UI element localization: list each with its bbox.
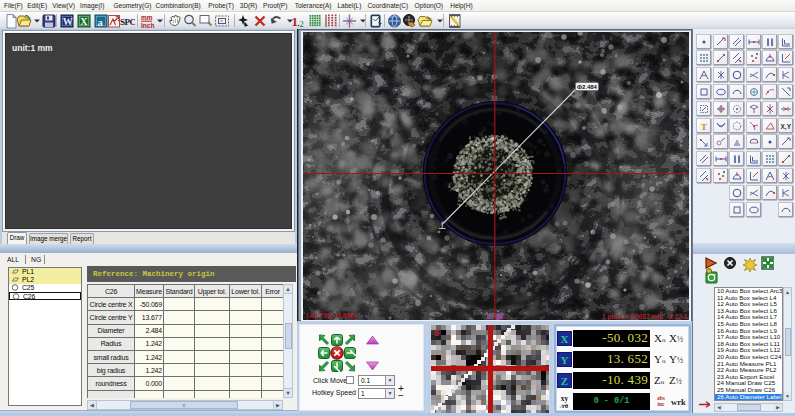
svg-text:T: T xyxy=(701,121,707,131)
svg-text:X,Y: X,Y xyxy=(780,123,791,131)
svg-text:SPC: SPC xyxy=(120,17,135,27)
svg-text:a: a xyxy=(98,17,104,28)
svg-text:1: 1 xyxy=(292,14,299,29)
svg-text:2: 2 xyxy=(300,19,304,29)
svg-text:X: X xyxy=(80,16,88,27)
svg-text:mm: mm xyxy=(141,14,153,21)
svg-text:5: 5 xyxy=(434,328,439,338)
svg-text:W: W xyxy=(63,16,73,27)
